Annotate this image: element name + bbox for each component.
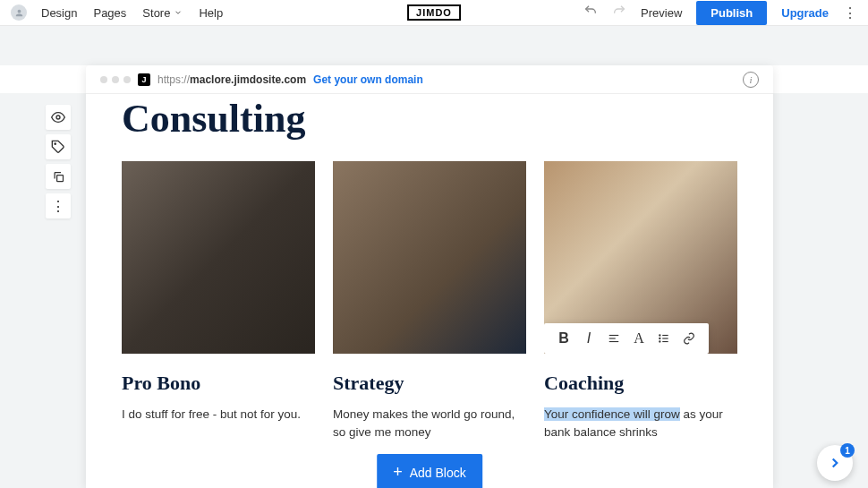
columns: Pro Bono I do stuff for free - but not f… (122, 161, 737, 442)
chevron-down-icon (174, 6, 183, 20)
nav-store-label: Store (142, 6, 170, 20)
italic-icon[interactable]: I (576, 329, 601, 348)
svg-point-1 (55, 143, 55, 144)
tag-tool-icon[interactable] (46, 134, 71, 159)
main-nav: Design Pages Store Help (41, 6, 223, 20)
svg-point-10 (660, 338, 660, 338)
column-2-heading[interactable]: Strategy (333, 372, 526, 395)
notification-badge: 1 (840, 443, 855, 458)
copy-tool-icon[interactable] (46, 164, 71, 189)
text-format-toolbar: B I A (544, 323, 709, 354)
address-bar: J https://maclore.jimdosite.com Get your… (86, 65, 773, 94)
preview-button[interactable]: Preview (641, 6, 682, 20)
column-3-body[interactable]: Your confidence will grow as your bank b… (544, 406, 737, 442)
font-icon[interactable]: A (626, 329, 651, 348)
svg-point-9 (660, 335, 660, 336)
traffic-lights (100, 76, 131, 83)
site-url: https://maclore.jimdosite.com (157, 73, 306, 86)
more-tools-icon[interactable]: ⋮ (46, 193, 71, 218)
link-icon[interactable] (677, 329, 702, 348)
add-block-button[interactable]: +Add Block (377, 454, 482, 488)
undo-icon[interactable] (583, 4, 598, 21)
editor-canvas: J https://maclore.jimdosite.com Get your… (86, 65, 773, 488)
bold-icon[interactable]: B (551, 329, 576, 348)
top-bar: Design Pages Store Help JIMDO Preview Pu… (0, 0, 868, 26)
column-3-image[interactable]: B I A (544, 161, 737, 354)
visibility-tool-icon[interactable] (46, 105, 71, 130)
column-1: Pro Bono I do stuff for free - but not f… (122, 161, 315, 442)
column-1-heading[interactable]: Pro Bono (122, 372, 315, 395)
svg-rect-2 (56, 175, 63, 181)
column-1-body[interactable]: I do stuff for free - but not for you. (122, 406, 315, 424)
svg-point-11 (660, 341, 660, 342)
column-2-image[interactable] (333, 161, 526, 354)
list-icon[interactable] (651, 329, 677, 348)
upgrade-link[interactable]: Upgrade (781, 6, 829, 20)
url-domain: maclore.jimdosite.com (190, 73, 306, 86)
more-menu-icon[interactable]: ⋮ (843, 4, 857, 21)
column-2-body[interactable]: Money makes the world go round, so give … (333, 406, 526, 442)
column-2: Strategy Money makes the world go round,… (333, 161, 526, 442)
column-3: B I A Coaching Your confidence will grow… (544, 161, 737, 442)
info-icon[interactable]: i (743, 72, 759, 88)
page-title[interactable]: Consulting (122, 96, 737, 141)
help-fab[interactable]: 1 (817, 445, 853, 481)
nav-store[interactable]: Store (142, 6, 183, 20)
logo: JIMDO (407, 4, 461, 21)
url-prefix: https:// (157, 73, 190, 86)
column-1-image[interactable] (122, 161, 315, 354)
site-favicon: J (138, 73, 150, 86)
column-3-heading[interactable]: Coaching (544, 372, 737, 395)
svg-point-0 (56, 116, 60, 119)
page-content: Consulting Pro Bono I do stuff for free … (86, 96, 773, 442)
add-block-label: Add Block (410, 466, 466, 480)
avatar[interactable] (11, 4, 27, 21)
nav-design[interactable]: Design (41, 6, 77, 20)
align-icon[interactable] (601, 329, 626, 348)
side-toolbar: ⋮ (46, 105, 71, 218)
right-actions: Preview Publish Upgrade ⋮ (583, 1, 857, 25)
plus-icon: + (393, 463, 403, 482)
redo-icon[interactable] (612, 4, 626, 21)
selected-text: Your confidence will grow (544, 407, 680, 421)
publish-button[interactable]: Publish (696, 1, 767, 25)
get-domain-link[interactable]: Get your own domain (313, 73, 423, 86)
nav-pages[interactable]: Pages (93, 6, 126, 20)
nav-help[interactable]: Help (199, 6, 223, 20)
